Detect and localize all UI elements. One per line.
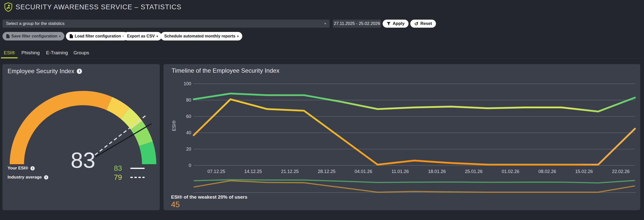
- chevron-down-icon: ▾: [237, 35, 239, 38]
- info-icon[interactable]: i: [30, 166, 35, 170]
- screen: SECURITY AWARENESS SERVICE – STATISTICS …: [0, 0, 644, 220]
- schedule-reports-button[interactable]: Schedule automated monthly reports ▾: [160, 32, 242, 40]
- x-tick-label: 01.02.26: [502, 169, 519, 174]
- timeline-card-title: Timeline of the Employee Security Index: [172, 67, 279, 74]
- load-filter-configuration-button[interactable]: Load filter configuration ▾: [66, 32, 128, 40]
- legend-row-industry-average: Industry average i 79: [8, 173, 155, 181]
- save-filter-label: Save filter configuration: [11, 34, 57, 38]
- date-range-input[interactable]: 27.11.2025 - 25.02.2026: [333, 20, 381, 28]
- info-icon[interactable]: i: [44, 175, 48, 180]
- esi-timeline-card: 020406080100ESI®07.12.2514.12.2521.12.25…: [164, 64, 640, 210]
- x-tick-label: 07.12.25: [208, 169, 225, 174]
- info-icon[interactable]: i: [77, 69, 82, 74]
- apply-label: Apply: [393, 21, 405, 26]
- x-tick-label: 22.02.26: [612, 169, 630, 174]
- gauge-card-title: Employee Security Index i: [8, 68, 82, 75]
- weakest-users-label: ESI® of the weakest 20% of users: [171, 194, 247, 200]
- x-tick-label: 08.02.26: [538, 169, 556, 174]
- filter-funnel-icon: [387, 22, 391, 26]
- legend-label: Your ESI® i: [8, 164, 35, 172]
- chevron-down-icon: ▾: [324, 20, 326, 28]
- tab-bar: ESI® Phishing E-Training Groups: [0, 48, 644, 59]
- app-header: SECURITY AWARENESS SERVICE – STATISTICS: [0, 0, 644, 14]
- schedule-reports-label: Schedule automated monthly reports: [164, 34, 235, 38]
- gauge-card-title-text: Employee Security Index: [8, 68, 74, 75]
- tab-esi[interactable]: ESI®: [4, 50, 15, 56]
- document-icon: [6, 34, 10, 38]
- series-line: [194, 94, 635, 112]
- save-filter-configuration-button[interactable]: Save filter configuration ▾: [3, 32, 64, 40]
- esi-gauge-card: Employee Security Index i 83 Your ESI® i…: [3, 64, 160, 210]
- esi-gauge-chart: [3, 64, 160, 210]
- active-tab-underline: [1, 57, 18, 58]
- industry-average-value: 79: [114, 173, 122, 181]
- x-tick-label: 28.12.25: [318, 169, 335, 174]
- dashed-line-swatch: [130, 177, 145, 178]
- group-select-placeholder: Select a group for the statistics: [6, 21, 64, 26]
- page-title: SECURITY AWARENESS SERVICE – STATISTICS: [16, 3, 181, 11]
- document-icon: [70, 34, 73, 38]
- esi-timeline-chart: 020406080100ESI®07.12.2514.12.2521.12.25…: [164, 64, 640, 210]
- y-tick-label: 100: [184, 81, 191, 86]
- legend-label: Industry average i: [8, 173, 48, 181]
- legend-row-your-esi: Your ESI® i 83: [8, 164, 155, 172]
- x-tick-label: 18.01.26: [428, 169, 446, 174]
- x-tick-label: 04.01.26: [355, 169, 372, 174]
- gauge-segment: [146, 144, 149, 164]
- y-tick-label: 20: [186, 147, 191, 152]
- chevron-down-icon: ▾: [156, 35, 158, 38]
- y-tick-label: 0: [189, 163, 191, 168]
- y-axis-label: ESI®: [172, 120, 177, 131]
- apply-button[interactable]: Apply: [383, 20, 409, 28]
- y-tick-label: 40: [186, 130, 191, 135]
- legend-label-text: Your ESI®: [8, 164, 28, 172]
- shield-logo-icon: [4, 2, 13, 12]
- date-range-value: 27.11.2025 - 25.02.2026: [334, 21, 380, 26]
- x-tick-label: 25.01.26: [465, 169, 482, 174]
- timeline-card-title-text: Timeline of the Employee Security Index: [172, 67, 279, 74]
- solid-line-swatch: [130, 168, 145, 169]
- x-tick-label: 11.01.26: [391, 169, 409, 174]
- group-select[interactable]: Select a group for the statistics ▾: [3, 20, 330, 28]
- y-tick-label: 60: [186, 114, 191, 119]
- x-tick-label: 21.12.25: [281, 169, 299, 174]
- x-tick-label: 15.02.26: [575, 169, 593, 174]
- gauge-segment: [109, 104, 125, 113]
- chevron-down-icon: ▾: [59, 35, 61, 38]
- legend-label-text: Industry average: [8, 173, 42, 181]
- export-csv-button[interactable]: Export as CSV ▾: [123, 32, 162, 40]
- tab-phishing[interactable]: Phishing: [21, 50, 40, 56]
- weakest-users-value: 45: [171, 200, 180, 209]
- load-filter-label: Load filter configuration: [75, 34, 121, 38]
- reset-icon: ↺: [414, 21, 418, 26]
- reset-label: Reset: [420, 21, 432, 26]
- tab-e-training[interactable]: E-Training: [46, 50, 68, 56]
- your-esi-value: 83: [114, 164, 122, 172]
- reset-button[interactable]: ↺ Reset: [410, 20, 436, 28]
- x-tick-label: 14.12.25: [244, 169, 262, 174]
- tab-groups[interactable]: Groups: [73, 50, 89, 56]
- y-tick-label: 80: [186, 98, 191, 103]
- export-csv-label: Export as CSV: [127, 34, 155, 38]
